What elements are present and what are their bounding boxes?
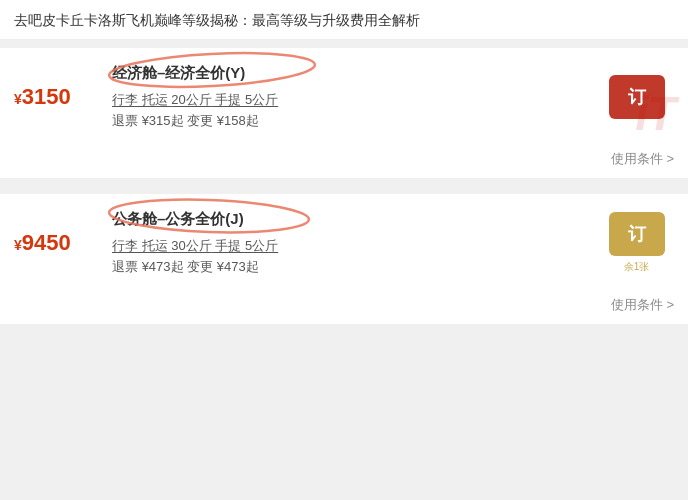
economy-refund-value: ¥315起 [142, 113, 184, 128]
business-cabin-wrapper: 公务舱–公务全价(J) [112, 210, 244, 233]
business-luggage-prefix: 行李 托运 [112, 238, 171, 253]
economy-book-button[interactable]: 订 [609, 75, 665, 119]
economy-ticket-row: ¥3150 经济舱–经济全价(Y) 行李 托运 20公斤 手提 5公斤 退票 ¥… [0, 48, 688, 146]
business-price-currency: ¥ [14, 237, 22, 253]
business-cabin-name: 公务舱–公务全价(J) [112, 210, 244, 229]
business-refund-value: ¥473起 [142, 259, 184, 274]
economy-luggage-prefix: 行李 托运 [112, 92, 171, 107]
economy-ticket-card: ¥3150 经济舱–经济全价(Y) 行李 托运 20公斤 手提 5公斤 退票 ¥… [0, 48, 688, 178]
business-price-col: ¥9450 [14, 210, 104, 276]
economy-price-value: 3150 [22, 84, 71, 109]
economy-refund-row: 退票 ¥315起 变更 ¥158起 [112, 112, 591, 130]
economy-carry-weight[interactable]: 5公斤 [245, 92, 278, 107]
business-ticket-card: ¥9450 公务舱–公务全价(J) 行李 托运 30公斤 手提 5公斤 退票 ¥… [0, 194, 688, 324]
economy-price-col: ¥3150 [14, 64, 104, 130]
business-price: ¥9450 [14, 230, 71, 256]
economy-terms-row: 使用条件 > [0, 146, 688, 178]
business-book-button[interactable]: 订 [609, 212, 665, 256]
section-divider [0, 40, 688, 48]
page-title: 去吧皮卡丘卡洛斯飞机巅峰等级揭秘：最高等级与升级费用全解析 [14, 10, 674, 31]
header-bar: 去吧皮卡丘卡洛斯飞机巅峰等级揭秘：最高等级与升级费用全解析 [0, 0, 688, 40]
business-book-label: 订 [628, 225, 646, 243]
economy-info-col: 经济舱–经济全价(Y) 行李 托运 20公斤 手提 5公斤 退票 ¥315起 变… [104, 64, 599, 130]
economy-change-prefix: 变更 [184, 113, 217, 128]
economy-terms-link[interactable]: 使用条件 > [611, 151, 674, 166]
section-divider-2 [0, 186, 688, 194]
business-luggage-row: 行李 托运 30公斤 手提 5公斤 [112, 237, 591, 255]
economy-cabin-name: 经济舱–经济全价(Y) [112, 64, 245, 83]
economy-book-col: 订 [599, 64, 674, 130]
business-info-col: 公务舱–公务全价(J) 行李 托运 30公斤 手提 5公斤 退票 ¥473起 变… [104, 210, 599, 276]
economy-change-value: ¥158起 [217, 113, 259, 128]
business-remaining-text: 余1张 [624, 260, 650, 274]
business-change-prefix: 变更 [184, 259, 217, 274]
economy-checkin-weight[interactable]: 20公斤 [171, 92, 211, 107]
business-ticket-row: ¥9450 公务舱–公务全价(J) 行李 托运 30公斤 手提 5公斤 退票 ¥… [0, 194, 688, 292]
economy-price-currency: ¥ [14, 91, 22, 107]
business-refund-row: 退票 ¥473起 变更 ¥473起 [112, 258, 591, 276]
economy-price: ¥3150 [14, 84, 71, 110]
economy-refund-prefix: 退票 [112, 113, 142, 128]
business-change-value: ¥473起 [217, 259, 259, 274]
business-terms-link[interactable]: 使用条件 > [611, 297, 674, 312]
business-terms-row: 使用条件 > [0, 292, 688, 324]
business-book-col: 订 余1张 [599, 210, 674, 276]
business-checkin-weight[interactable]: 30公斤 [171, 238, 211, 253]
economy-cabin-wrapper: 经济舱–经济全价(Y) [112, 64, 245, 87]
business-refund-prefix: 退票 [112, 259, 142, 274]
business-luggage-middle: 手提 [212, 238, 245, 253]
economy-luggage-row: 行李 托运 20公斤 手提 5公斤 [112, 91, 591, 109]
business-price-value: 9450 [22, 230, 71, 255]
economy-luggage-middle: 手提 [212, 92, 245, 107]
business-carry-weight[interactable]: 5公斤 [245, 238, 278, 253]
